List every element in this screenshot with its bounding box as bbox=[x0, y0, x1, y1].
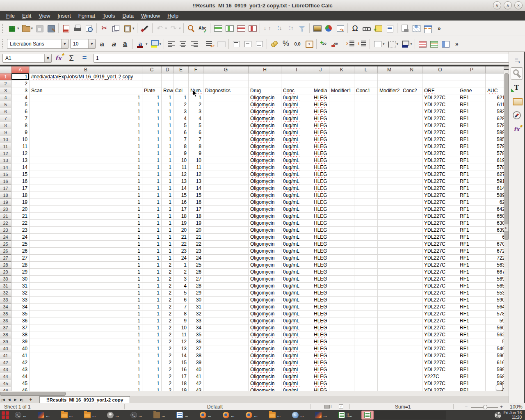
cell-K27[interactable] bbox=[329, 255, 354, 262]
align-bottom-button[interactable] bbox=[253, 38, 265, 50]
menu-help[interactable]: Help bbox=[164, 12, 182, 20]
cell-E23[interactable]: 20 bbox=[173, 227, 189, 234]
cell-A39[interactable]: 39 bbox=[11, 338, 30, 345]
cell-J20[interactable]: HLEG bbox=[312, 206, 329, 213]
cell-A22[interactable]: 22 bbox=[11, 220, 30, 227]
cell-K5[interactable] bbox=[329, 101, 354, 108]
cell-J30[interactable]: HLEG bbox=[312, 276, 329, 283]
cell-H3[interactable]: Drug bbox=[249, 87, 281, 94]
cell-P18[interactable]: RF1 bbox=[458, 192, 486, 199]
cell-H24[interactable]: Oligomycin bbox=[249, 234, 281, 241]
cell-O21[interactable]: YDL227C bbox=[422, 213, 458, 220]
cell-O16[interactable]: YDL227C bbox=[422, 178, 458, 185]
chevron-down-icon[interactable]: ▾ bbox=[179, 26, 181, 30]
cell-E42[interactable]: 15 bbox=[173, 359, 189, 366]
cell-G4[interactable] bbox=[203, 94, 249, 101]
cell-F44[interactable]: 41 bbox=[189, 373, 203, 380]
menu-view[interactable]: View bbox=[35, 12, 54, 20]
cell-F27[interactable]: 24 bbox=[189, 255, 203, 262]
row-header-37[interactable]: 37 bbox=[0, 324, 11, 331]
cell-B4[interactable]: 1 bbox=[30, 94, 142, 101]
toolbar-overflow-button[interactable]: » bbox=[434, 22, 445, 34]
cell-G20[interactable] bbox=[203, 206, 249, 213]
cell-P32[interactable]: RF1 bbox=[458, 290, 486, 297]
row-header-22[interactable]: 22 bbox=[0, 220, 11, 227]
cell-L29[interactable] bbox=[354, 269, 378, 276]
cell-B33[interactable]: 1 bbox=[30, 297, 142, 304]
cell-F1[interactable] bbox=[189, 73, 203, 80]
new-document-button[interactable]: ▦▾ bbox=[6, 22, 20, 34]
cell-I29[interactable]: 0ug/mL bbox=[281, 269, 312, 276]
cell-J46[interactable]: HLEG bbox=[312, 387, 329, 391]
cell-C37[interactable]: 1 bbox=[142, 324, 162, 331]
name-box[interactable]: A1 ▼ bbox=[2, 54, 52, 63]
cell-E16[interactable]: 13 bbox=[173, 178, 189, 185]
cell-F9[interactable]: 6 bbox=[189, 129, 203, 136]
row-header-13[interactable]: 13 bbox=[0, 157, 11, 164]
insert-mode-icon[interactable] bbox=[324, 405, 330, 409]
cell-I21[interactable]: 0ug/mL bbox=[281, 213, 312, 220]
font-size-combo[interactable]: 10 ▼ bbox=[70, 39, 96, 49]
function-wizard-button[interactable]: fx bbox=[52, 53, 64, 64]
cell-K23[interactable] bbox=[329, 227, 354, 234]
cell-P25[interactable]: RF1 bbox=[458, 241, 486, 248]
cell-A43[interactable]: 43 bbox=[11, 366, 30, 373]
cell-B46[interactable]: 1 bbox=[30, 387, 142, 391]
cell-B8[interactable]: 1 bbox=[30, 122, 142, 129]
cell-G41[interactable] bbox=[203, 352, 249, 359]
column-header-E[interactable]: E bbox=[173, 66, 189, 73]
cell-P3[interactable]: Gene bbox=[458, 87, 486, 94]
taskbar-button-file-manager[interactable]: ... bbox=[151, 411, 167, 420]
row-header-2[interactable]: 2 bbox=[0, 80, 11, 87]
cell-H45[interactable]: Oligomycin bbox=[249, 380, 281, 387]
insert-column-button[interactable] bbox=[224, 22, 235, 34]
cell-F35[interactable]: 32 bbox=[189, 310, 203, 317]
cell-G37[interactable] bbox=[203, 324, 249, 331]
cell-H2[interactable] bbox=[249, 80, 281, 87]
cell-N1[interactable] bbox=[401, 73, 422, 80]
cell-C21[interactable]: 1 bbox=[142, 213, 162, 220]
taskbar-button-writer-document[interactable]: ... bbox=[174, 411, 190, 420]
cell-F30[interactable]: 27 bbox=[189, 276, 203, 283]
cell-J17[interactable]: HLEG bbox=[312, 185, 329, 192]
row-header-38[interactable]: 38 bbox=[0, 331, 11, 338]
cell-C26[interactable]: 1 bbox=[142, 248, 162, 255]
cell-I36[interactable]: 0ug/mL bbox=[281, 317, 312, 324]
cell-K12[interactable] bbox=[329, 150, 354, 157]
row-header-33[interactable]: 33 bbox=[0, 297, 11, 304]
cell-C4[interactable]: 1 bbox=[142, 94, 162, 101]
cell-M21[interactable] bbox=[378, 213, 401, 220]
cell-O33[interactable]: YDL227C bbox=[422, 297, 458, 304]
cell-O5[interactable]: YDL227C bbox=[422, 101, 458, 108]
cell-C9[interactable]: 1 bbox=[142, 129, 162, 136]
cell-F17[interactable]: 14 bbox=[189, 185, 203, 192]
row-header-10[interactable]: 10 bbox=[0, 136, 11, 143]
cell-B19[interactable]: 1 bbox=[30, 199, 142, 206]
cell-F10[interactable]: 7 bbox=[189, 136, 203, 143]
sum-display[interactable]: Sum=1 bbox=[395, 404, 411, 410]
cell-L15[interactable] bbox=[354, 171, 378, 178]
cell-H37[interactable]: Oligomycin bbox=[249, 324, 281, 331]
cell-G6[interactable] bbox=[203, 108, 249, 115]
cell-F43[interactable]: 40 bbox=[189, 366, 203, 373]
cell-M34[interactable] bbox=[378, 304, 401, 310]
insert-image-button[interactable] bbox=[311, 22, 323, 34]
cell-M39[interactable] bbox=[378, 338, 401, 345]
taskbar-button-firefox[interactable]: ... bbox=[197, 411, 214, 420]
cell-O20[interactable]: YDL227C bbox=[422, 206, 458, 213]
cell-L46[interactable] bbox=[354, 387, 378, 391]
cell-J12[interactable]: HLEG bbox=[312, 150, 329, 157]
cell-D19[interactable]: 1 bbox=[162, 199, 173, 206]
cell-C28[interactable]: 1 bbox=[142, 262, 162, 269]
cell-O30[interactable]: YDL227C bbox=[422, 276, 458, 283]
cell-L34[interactable] bbox=[354, 304, 378, 310]
cell-L12[interactable] bbox=[354, 150, 378, 157]
cell-N39[interactable] bbox=[401, 338, 422, 345]
cell-B40[interactable]: 1 bbox=[30, 345, 142, 352]
cell-D7[interactable]: 1 bbox=[162, 115, 173, 122]
cell-P20[interactable]: RF1 bbox=[458, 206, 486, 213]
cell-G22[interactable] bbox=[203, 220, 249, 227]
column-header-P[interactable]: P bbox=[458, 66, 486, 73]
cell-P12[interactable]: RF1 bbox=[458, 150, 486, 157]
cell-L21[interactable] bbox=[354, 213, 378, 220]
